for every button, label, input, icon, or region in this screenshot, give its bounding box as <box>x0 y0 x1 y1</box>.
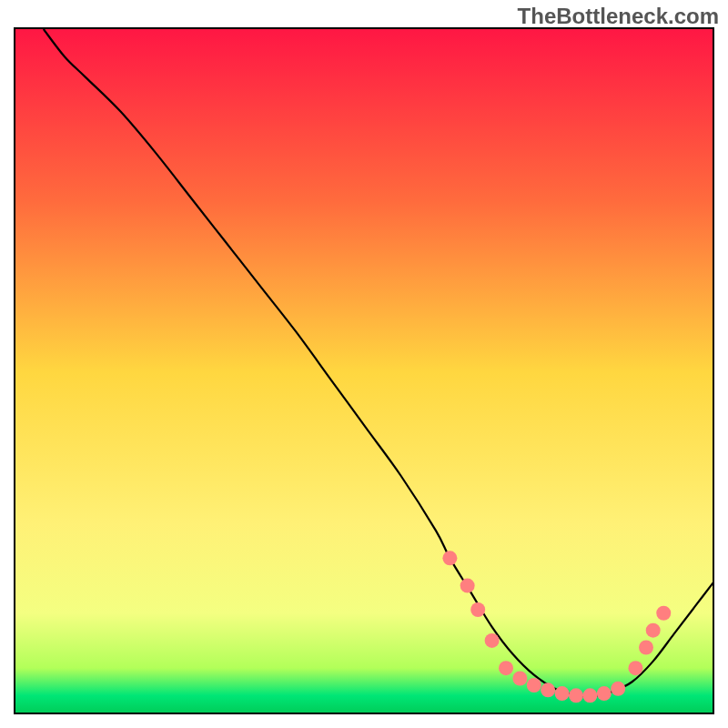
highlight-dot <box>639 641 653 655</box>
highlight-dot <box>628 661 642 675</box>
highlight-dot <box>555 686 570 701</box>
highlight-dot <box>499 661 513 675</box>
highlight-dot <box>470 602 485 617</box>
highlight-dot <box>611 682 625 696</box>
highlight-dot <box>485 633 500 648</box>
plot-area <box>14 27 714 714</box>
highlight-dot <box>646 623 661 638</box>
highlight-dot <box>597 686 612 701</box>
highlight-dot <box>442 551 457 565</box>
watermark-label: TheBottleneck.com <box>518 4 719 29</box>
highlight-dot <box>656 606 671 621</box>
highlight-dots-layer <box>15 29 714 714</box>
chart-container: TheBottleneck.com <box>0 0 728 728</box>
highlight-dot <box>512 671 527 685</box>
highlight-dot <box>582 688 597 703</box>
highlight-dot <box>541 682 555 697</box>
highlight-dot <box>527 678 541 693</box>
highlight-dot <box>460 579 475 593</box>
highlight-dot <box>569 688 583 703</box>
